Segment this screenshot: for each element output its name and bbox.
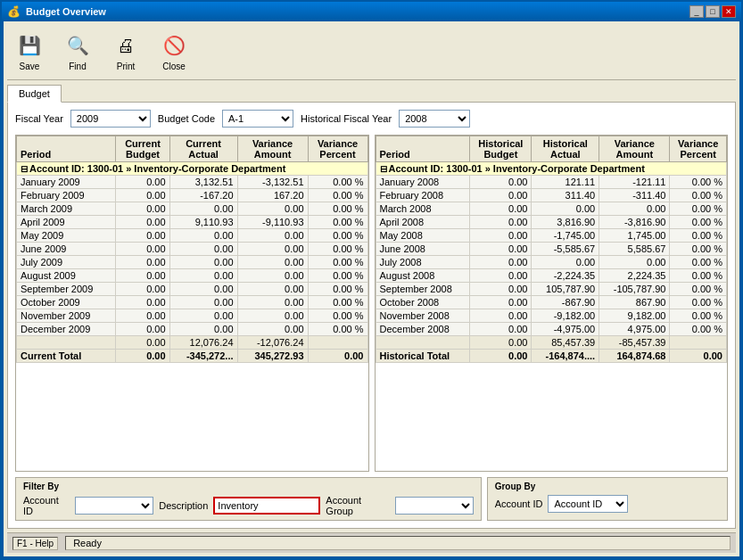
app-icon: 💰 xyxy=(7,5,21,18)
print-button[interactable]: 🖨 Print xyxy=(105,29,146,74)
table-row: April 20080.003,816.90-3,816.900.00 % xyxy=(376,216,727,229)
current-budget-header: CurrentBudget xyxy=(116,136,169,162)
table-row: January 20090.003,132.51-3,132.510.00 % xyxy=(17,176,368,189)
current-group-header: ⊟Account ID: 1300-01 » Inventory-Corpora… xyxy=(17,162,368,176)
table-row: June 20090.000.000.000.00 % xyxy=(17,243,368,256)
fiscal-year-select[interactable]: 2009 xyxy=(70,110,151,128)
account-group-filter-select[interactable] xyxy=(395,497,474,515)
tables-area: Period CurrentBudget CurrentActual Varia… xyxy=(15,135,728,472)
maximize-button[interactable]: □ xyxy=(706,5,720,18)
bottom-sections: Filter By Account ID Description Account… xyxy=(15,477,728,521)
historical-fiscal-year-label: Historical Fiscal Year xyxy=(301,113,392,124)
table-row: May 20080.00-1,745.001,745.000.00 % xyxy=(376,229,727,243)
current-actual-header: CurrentActual xyxy=(169,136,237,162)
table-row: June 20080.00-5,585.675,585.670.00 % xyxy=(376,243,727,256)
save-button[interactable]: 💾 Save xyxy=(9,29,50,74)
table-row: December 20080.00-4,975.004,975.000.00 % xyxy=(376,323,727,336)
status-bar: F1 - Help Ready xyxy=(7,532,736,553)
table-row: September 20090.000.000.000.00 % xyxy=(17,283,368,296)
total-row: Current Total0.00-345,272...345,272.930.… xyxy=(17,350,368,363)
variance-percent-header: VariancePercent xyxy=(308,136,367,162)
table-row: May 20090.000.000.000.00 % xyxy=(17,229,368,243)
hist-period-header: Period xyxy=(376,136,470,162)
window-title: Budget Overview xyxy=(26,6,106,17)
table-row: August 20090.000.000.000.00 % xyxy=(17,269,368,283)
description-filter-label: Description xyxy=(159,500,208,511)
table-row: September 20080.00105,787.90-105,787.900… xyxy=(376,283,727,296)
group-by-account-id-label: Account ID xyxy=(495,498,543,509)
current-table-panel: Period CurrentBudget CurrentActual Varia… xyxy=(15,135,369,472)
description-filter-input[interactable] xyxy=(213,497,320,515)
close-toolbar-button[interactable]: 🚫 Close xyxy=(153,29,194,74)
close-icon: 🚫 xyxy=(160,31,188,60)
variance-amount-header: VarianceAmount xyxy=(237,136,308,162)
table-row: April 20090.009,110.93-9,110.930.00 % xyxy=(17,216,368,229)
table-row: March 20080.000.000.000.00 % xyxy=(376,202,727,216)
top-filter-row: Fiscal Year 2009 Budget Code A-1 Histori… xyxy=(15,110,728,128)
table-row: March 20090.000.000.000.00 % xyxy=(17,202,368,216)
account-id-filter-select[interactable] xyxy=(75,497,153,515)
historical-table-scroll[interactable]: Period HistoricalBudget HistoricalActual… xyxy=(376,136,728,471)
group-by-title: Group By xyxy=(495,482,720,491)
historical-budget-header: HistoricalBudget xyxy=(470,136,532,162)
budget-code-label: Budget Code xyxy=(158,113,215,124)
group-by-section: Group By Account ID Account ID xyxy=(487,477,728,521)
account-id-filter-label: Account ID xyxy=(23,495,70,516)
table-row: December 20090.000.000.000.00 % xyxy=(17,323,368,336)
filter-by-title: Filter By xyxy=(23,482,474,491)
table-row: October 20080.00-867.90867.900.00 % xyxy=(376,296,727,309)
table-row: November 20090.000.000.000.00 % xyxy=(17,309,368,323)
hist-variance-amount-header: VarianceAmount xyxy=(599,136,670,162)
minimize-button[interactable]: _ xyxy=(689,5,704,18)
account-group-filter-label: Account Group xyxy=(326,495,390,516)
historical-table-panel: Period HistoricalBudget HistoricalActual… xyxy=(375,135,729,472)
table-row: February 20080.00311.40-311.400.00 % xyxy=(376,189,727,202)
status-text: Ready xyxy=(65,536,731,550)
title-bar: 💰 Budget Overview _ □ ✕ xyxy=(2,2,741,21)
subtotal-row: 0.0012,076.24-12,076.24 xyxy=(17,336,368,350)
table-row: July 20080.000.000.000.00 % xyxy=(376,256,727,269)
table-row: November 20080.00-9,182.009,182.000.00 % xyxy=(376,309,727,323)
historical-group-header: ⊟Account ID: 1300-01 » Inventory-Corpora… xyxy=(376,162,727,176)
period-header: Period xyxy=(17,136,116,162)
toolbar: 💾 Save 🔍 Find 🖨 Print 🚫 Close xyxy=(7,25,736,80)
table-row: August 20080.00-2,224.352,224.350.00 % xyxy=(376,269,727,283)
table-row: January 20080.00121.11-121.110.00 % xyxy=(376,176,727,189)
hist-variance-percent-header: VariancePercent xyxy=(670,136,727,162)
find-icon: 🔍 xyxy=(63,31,92,60)
window-controls: _ □ ✕ xyxy=(689,5,736,18)
current-table: Period CurrentBudget CurrentActual Varia… xyxy=(16,136,368,363)
table-row: October 20090.000.000.000.00 % xyxy=(17,296,368,309)
save-icon: 💾 xyxy=(15,31,44,60)
tab-budget[interactable]: Budget xyxy=(7,85,62,103)
budget-code-select[interactable]: A-1 xyxy=(222,110,293,128)
print-icon: 🖨 xyxy=(111,31,140,60)
current-table-scroll[interactable]: Period CurrentBudget CurrentActual Varia… xyxy=(16,136,368,471)
historical-actual-header: HistoricalActual xyxy=(532,136,599,162)
table-row: February 20090.00-167.20167.200.00 % xyxy=(17,189,368,202)
filter-by-section: Filter By Account ID Description Account… xyxy=(15,477,482,521)
filter-by-row: Account ID Description Account Group xyxy=(23,495,474,516)
find-button[interactable]: 🔍 Find xyxy=(57,29,98,74)
tab-content: Fiscal Year 2009 Budget Code A-1 Histori… xyxy=(7,102,736,529)
group-by-row: Account ID Account ID xyxy=(495,495,720,513)
total-row: Historical Total0.00-164,874....164,874.… xyxy=(376,350,727,363)
subtotal-row: 0.0085,457.39-85,457.39 xyxy=(376,336,727,350)
fiscal-year-label: Fiscal Year xyxy=(15,113,63,124)
historical-table: Period HistoricalBudget HistoricalActual… xyxy=(376,136,728,363)
help-label: F1 - Help xyxy=(12,537,58,550)
group-by-account-id-select[interactable]: Account ID xyxy=(548,495,628,513)
tab-bar: Budget xyxy=(7,84,736,102)
close-button[interactable]: ✕ xyxy=(722,5,736,18)
table-row: July 20090.000.000.000.00 % xyxy=(17,256,368,269)
historical-fiscal-year-select[interactable]: 2008 xyxy=(399,110,470,128)
